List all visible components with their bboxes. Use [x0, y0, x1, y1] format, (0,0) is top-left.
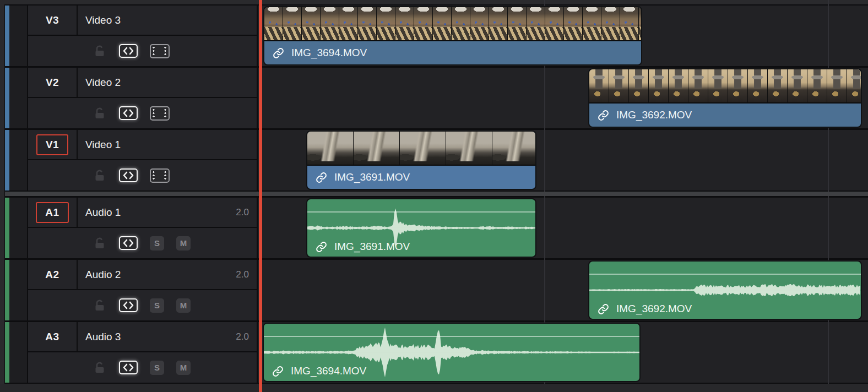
track-gutter-cell — [9, 130, 28, 190]
clip-img3691-video[interactable]: IMG_3691.MOV — [306, 130, 536, 190]
clip-name: IMG_3694.MOV — [291, 47, 367, 59]
mute-button[interactable]: M — [176, 361, 191, 375]
track-gutter-cell — [9, 260, 28, 320]
clip-name: IMG_3692.MOV — [616, 109, 692, 121]
track-header-video1: V1 Video 1 — [5, 130, 257, 190]
clip-thumbnail-strip — [264, 7, 641, 41]
destination-button-a1[interactable]: A1 — [28, 198, 78, 227]
video-audio-divider[interactable] — [5, 192, 868, 196]
auto-select-icon[interactable] — [119, 168, 138, 182]
destination-button-a3[interactable]: A3 — [28, 322, 78, 351]
destination-button-a2[interactable]: A2 — [28, 260, 78, 289]
channel-format: 2.0 — [236, 269, 249, 280]
clip-img3694-audio[interactable]: IMG_3694.MOV — [263, 323, 641, 382]
mute-button[interactable]: M — [176, 236, 191, 251]
clip-name: IMG_3692.MOV — [616, 303, 692, 315]
track-gutter-cell — [9, 322, 28, 383]
auto-select-icon[interactable] — [119, 298, 138, 312]
link-icon — [598, 303, 609, 315]
volume-automation-line[interactable] — [307, 211, 535, 213]
track-name[interactable]: Video 2 — [85, 77, 121, 89]
track-label: A1 — [45, 206, 59, 219]
clip-img3694-video[interactable]: IMG_3694.MOV — [263, 6, 642, 66]
lock-icon[interactable] — [93, 168, 107, 182]
timeline-top-strip — [0, 0, 868, 4]
track-label: V2 — [46, 77, 59, 89]
lock-icon[interactable] — [93, 236, 107, 250]
track-gutter-cell — [9, 68, 28, 128]
clip-name: IMG_3691.MOV — [334, 171, 410, 183]
link-icon — [316, 172, 327, 183]
audio-track-color-bar — [5, 260, 9, 320]
audio-track-color-bar — [5, 198, 9, 258]
track-name[interactable]: Audio 2 — [85, 269, 121, 281]
filmstrip-icon[interactable] — [150, 168, 170, 183]
clip-thumbnail-strip — [589, 69, 861, 104]
lock-icon[interactable] — [93, 361, 107, 374]
destination-button-v1[interactable]: V1 — [28, 130, 78, 159]
destination-button-v3[interactable]: V3 — [28, 6, 78, 35]
video-track-color-bar — [5, 68, 9, 128]
track-name[interactable]: Video 3 — [85, 14, 121, 26]
solo-button[interactable]: S — [150, 361, 164, 375]
track-label: V3 — [46, 14, 59, 26]
track-header-video2: V2 Video 2 — [5, 68, 257, 128]
playhead[interactable] — [259, 0, 262, 392]
volume-automation-line[interactable] — [589, 274, 861, 275]
clip-img3691-audio[interactable]: IMG_3691.MOV — [306, 198, 536, 258]
destination-highlight: A1 — [36, 202, 68, 223]
video-track-color-bar — [5, 130, 9, 190]
header-left-gutter — [0, 4, 4, 384]
track-label: A3 — [45, 331, 59, 343]
track-name[interactable]: Video 1 — [85, 139, 121, 151]
auto-select-icon[interactable] — [119, 106, 138, 120]
channel-format: 2.0 — [236, 207, 249, 218]
link-icon — [273, 47, 284, 59]
destination-button-v2[interactable]: V2 — [28, 68, 78, 97]
clip-name: IMG_3694.MOV — [291, 365, 366, 377]
auto-select-icon[interactable] — [119, 361, 138, 374]
track-header-audio2: A2 Audio 2 2.0 S M — [5, 260, 257, 320]
solo-button[interactable]: S — [150, 236, 164, 251]
track-header-video3: V3 Video 3 — [5, 6, 257, 66]
link-icon — [598, 110, 609, 121]
clip-img3692-video[interactable]: IMG_3692.MOV — [588, 68, 862, 128]
clip-thumbnail-strip — [307, 132, 535, 166]
filmstrip-icon[interactable] — [150, 106, 170, 121]
track-name[interactable]: Audio 3 — [85, 331, 121, 343]
clip-img3692-audio[interactable]: IMG_3692.MOV — [588, 260, 862, 320]
lock-icon[interactable] — [93, 44, 107, 58]
link-icon — [272, 366, 284, 377]
lock-icon[interactable] — [93, 106, 107, 120]
auto-select-icon[interactable] — [119, 44, 138, 58]
volume-automation-line[interactable] — [264, 336, 639, 337]
mute-button[interactable]: M — [176, 298, 191, 313]
link-icon — [316, 241, 327, 253]
lock-icon[interactable] — [93, 298, 107, 312]
video-track-color-bar — [5, 6, 9, 66]
track-header-audio3: A3 Audio 3 2.0 S M — [5, 322, 257, 383]
track-name[interactable]: Audio 1 — [85, 206, 121, 219]
channel-format: 2.0 — [236, 331, 249, 342]
solo-button[interactable]: S — [150, 298, 164, 313]
track-header-audio1: A1 Audio 1 2.0 S M — [5, 198, 257, 258]
audio-track-color-bar — [5, 322, 9, 383]
track-gutter-cell — [9, 198, 28, 258]
auto-select-icon[interactable] — [119, 236, 138, 250]
track-label: V1 — [46, 139, 59, 151]
timeline-bottom-strip — [0, 384, 868, 392]
destination-highlight: V1 — [36, 134, 68, 155]
clip-name: IMG_3691.MOV — [334, 241, 410, 253]
track-gutter-cell — [9, 6, 28, 66]
filmstrip-icon[interactable] — [150, 44, 170, 58]
track-label: A2 — [45, 269, 59, 281]
